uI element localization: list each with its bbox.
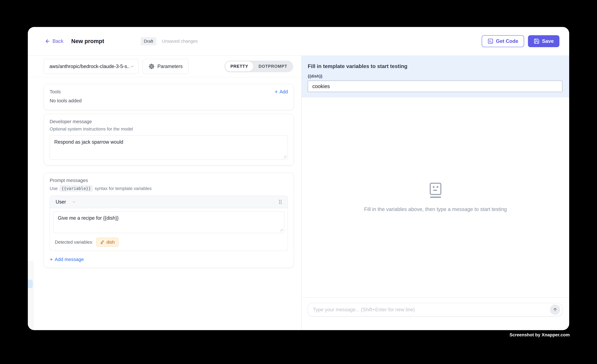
drag-handle-icon[interactable] [278, 199, 283, 205]
chevron-down-icon [72, 200, 76, 204]
test-panel: Fill in template variables to start test… [302, 56, 569, 330]
arrow-up-icon [552, 307, 558, 312]
role-selector[interactable]: User [56, 199, 76, 205]
gear-icon [149, 63, 155, 69]
plus-icon: + [275, 89, 278, 94]
unsaved-changes-label: Unsaved changes [162, 39, 198, 44]
page-title: New prompt [71, 38, 104, 45]
get-code-button[interactable]: Get Code [482, 35, 524, 47]
status-badge: Draft [141, 37, 157, 46]
variable-badge-dish[interactable]: dish [96, 238, 118, 247]
back-arrow-icon [45, 38, 50, 44]
main-split: aws/anthropic/bedrock-claude-3-5-s... [28, 56, 569, 330]
variable-key-label: {{dish}} [308, 74, 562, 78]
user-message-input[interactable]: Give me a recipe for {{dish}} [53, 212, 284, 233]
toggle-dotprompt[interactable]: DOTPROMPT [253, 61, 292, 71]
toggle-pretty[interactable]: PRETTY [225, 61, 253, 71]
developer-message-card: Developer message Optional system instru… [44, 114, 294, 166]
variable-syntax-chip: {{variable}} [60, 185, 93, 192]
chat-empty-state: Fill in the variables above, then type a… [302, 98, 569, 297]
chevron-down-icon [130, 64, 135, 69]
prompt-messages-title: Prompt messages [50, 178, 288, 183]
parameters-button[interactable]: Parameters [142, 59, 189, 74]
robot-face-icon [429, 182, 442, 198]
chat-empty-text: Fill in the variables above, then type a… [364, 206, 507, 212]
tools-empty-text: No tools added [50, 98, 288, 103]
model-selector-value: aws/anthropic/bedrock-claude-3-5-s... [49, 64, 130, 69]
format-toggle: PRETTY DOTPROMPT [224, 61, 293, 72]
edge-highlight-item [28, 280, 33, 288]
header-actions: Get Code Save [482, 35, 559, 47]
role-selector-value: User [56, 199, 66, 205]
usage-hint-prefix: Use [50, 186, 58, 191]
developer-message-input[interactable]: Respond as jack sparrow would [50, 135, 288, 160]
variables-heading: Fill in template variables to start test… [308, 63, 562, 69]
pencil-icon [100, 240, 104, 244]
variable-value-input[interactable] [308, 81, 562, 92]
detected-variables-label: Detected variables: [55, 240, 93, 245]
send-button[interactable] [550, 304, 560, 315]
chat-input[interactable]: Type your message... (Shift+Enter for ne… [308, 303, 562, 316]
editor-toolbar: aws/anthropic/bedrock-claude-3-5-s... [28, 56, 301, 77]
chat-input-placeholder: Type your message... (Shift+Enter for ne… [313, 307, 550, 312]
back-button[interactable]: Back [45, 38, 63, 44]
add-message-button[interactable]: + Add message [50, 257, 288, 262]
watermark-text: Screenshot by Xnapper.com [510, 332, 570, 337]
chat-footer: Type your message... (Shift+Enter for ne… [302, 297, 569, 330]
terminal-icon [487, 38, 494, 44]
plus-icon: + [50, 257, 53, 262]
tools-title: Tools [50, 89, 61, 94]
model-selector[interactable]: aws/anthropic/bedrock-claude-3-5-s... [44, 59, 139, 74]
prompt-editor-panel: aws/anthropic/bedrock-claude-3-5-s... [28, 56, 302, 330]
editor-content: Tools + Add No tools added Developer mes… [28, 77, 301, 268]
developer-message-subtitle: Optional system instructions for the mod… [50, 126, 288, 132]
app-window: Back New prompt Draft Unsaved changes Ge… [28, 27, 569, 330]
save-button[interactable]: Save [528, 35, 559, 47]
header: Back New prompt Draft Unsaved changes Ge… [28, 27, 569, 56]
tools-card: Tools + Add No tools added [44, 84, 294, 110]
variable-badge-label: dish [106, 240, 115, 245]
prompt-messages-card: Prompt messages Use {{variable}} syntax … [44, 173, 294, 268]
usage-hint-suffix: syntax for template variables [94, 186, 152, 191]
back-label: Back [53, 38, 63, 44]
detected-variables-row: Detected variables: dish [53, 238, 284, 247]
save-icon [534, 38, 540, 44]
message-body: Give me a recipe for {{dish}} Detected v… [50, 208, 288, 251]
add-tool-button[interactable]: + Add [275, 89, 288, 94]
developer-message-title: Developer message [50, 119, 288, 124]
message-block: User [50, 196, 288, 251]
edge-scroll-strip [28, 261, 34, 330]
message-header: User [50, 196, 288, 208]
variables-section: Fill in template variables to start test… [302, 56, 569, 98]
